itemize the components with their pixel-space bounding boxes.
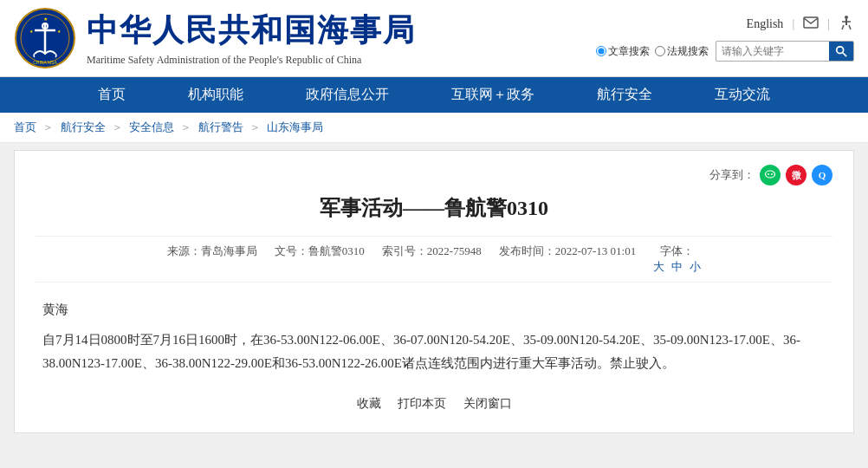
share-wechat-button[interactable] <box>760 165 781 185</box>
share-label: 分享到： <box>709 167 755 183</box>
article-body: 黄海 自7月14日0800时至7月16日1600时，在36-53.00N122-… <box>36 298 832 375</box>
search-radio-law-label[interactable]: 法规搜索 <box>655 44 709 59</box>
accessibility-icon <box>839 15 854 30</box>
site-title-cn: 中华人民共和国海事局 <box>87 10 416 52</box>
search-radio-law-text: 法规搜索 <box>667 44 709 59</box>
accessibility-icon-link[interactable] <box>839 15 854 34</box>
main-navbar: 首页 机构职能 政府信息公开 互联网＋政务 航行安全 互动交流 <box>0 77 868 113</box>
svg-line-16 <box>843 53 846 56</box>
article-actions: 收藏 打印本页 关闭窗口 <box>36 396 832 412</box>
weibo-icon: 微 <box>792 169 801 182</box>
search-icon <box>835 45 847 57</box>
svg-rect-9 <box>804 17 818 28</box>
site-title-en: Maritime Safety Administration of the Pe… <box>87 54 416 67</box>
search-radio-law[interactable] <box>655 46 665 56</box>
breadcrumb-sep1: ＞ <box>42 120 54 133</box>
breadcrumb-nav-safety[interactable]: 航行安全 <box>61 120 106 133</box>
nav-home[interactable]: 首页 <box>67 77 157 113</box>
nav-interaction[interactable]: 互动交流 <box>683 77 801 113</box>
article-font-control: 字体： 大 中 小 <box>653 244 701 275</box>
english-link[interactable]: English <box>747 17 784 31</box>
print-link[interactable]: 打印本页 <box>398 397 446 410</box>
article-doc-no: 文号：鲁航警0310 <box>275 244 365 275</box>
svg-point-10 <box>845 16 848 19</box>
share-weibo-button[interactable]: 微 <box>786 165 806 185</box>
font-label: 字体： <box>660 244 694 257</box>
nav-navigation-safety[interactable]: 航行安全 <box>566 77 683 113</box>
breadcrumb-shandong[interactable]: 山东海事局 <box>267 120 323 133</box>
search-button[interactable] <box>829 42 853 61</box>
header-titles: 中华人民共和国海事局 Maritime Safety Administratio… <box>87 10 416 67</box>
search-radio-article-label[interactable]: 文章搜索 <box>596 44 650 59</box>
breadcrumb-home[interactable]: 首页 <box>14 120 36 133</box>
svg-line-13 <box>842 25 844 29</box>
font-large-btn[interactable]: 大 <box>653 259 664 275</box>
email-icon-link[interactable] <box>803 16 819 32</box>
breadcrumb: 首页 ＞ 航行安全 ＞ 安全信息 ＞ 航行警告 ＞ 山东海事局 <box>0 113 868 143</box>
divider2: | <box>827 17 830 31</box>
svg-point-17 <box>766 171 775 178</box>
share-qzone-button[interactable]: Q <box>812 165 832 185</box>
search-row: 文章搜索 法规搜索 <box>596 41 854 62</box>
font-small-btn[interactable]: 小 <box>690 259 701 275</box>
svg-line-14 <box>849 25 851 29</box>
email-icon <box>803 16 819 29</box>
article-body-line1: 黄海 <box>42 298 826 322</box>
nav-gov-info[interactable]: 政府信息公开 <box>275 77 420 113</box>
article-meta: 来源：青岛海事局 文号：鲁航警0310 索引号：2022-75948 发布时间：… <box>36 236 832 283</box>
share-bar: 分享到： 微 Q <box>36 165 832 185</box>
breadcrumb-nav-warning[interactable]: 航行警告 <box>198 120 243 133</box>
divider1: | <box>792 17 794 31</box>
breadcrumb-sep4: ＞ <box>249 120 261 133</box>
breadcrumb-sep3: ＞ <box>180 120 191 133</box>
article-content-wrap: 分享到： 微 Q 军事活动——鲁航警0310 来源：青岛海事局 文号：鲁航警03… <box>14 150 854 433</box>
china-msa-logo: ★ ★ ★ CHINA MSA <box>14 7 76 69</box>
search-input[interactable] <box>716 42 829 60</box>
header-top-links: English | | <box>747 15 854 34</box>
article-index-no: 索引号：2022-75948 <box>382 244 482 275</box>
breadcrumb-safety-info[interactable]: 安全信息 <box>129 120 174 133</box>
search-radio-article-text: 文章搜索 <box>608 44 650 59</box>
article-body-line2: 自7月14日0800时至7月16日1600时，在36-53.00N122-06.… <box>42 328 826 375</box>
breadcrumb-sep2: ＞ <box>112 120 123 133</box>
header-right-panel: English | | <box>596 15 854 62</box>
svg-text:★: ★ <box>43 16 48 22</box>
font-controls: 大 中 小 <box>653 259 701 275</box>
nav-institutions[interactable]: 机构职能 <box>157 77 275 113</box>
close-window-link[interactable]: 关闭窗口 <box>463 397 512 410</box>
search-type-group: 文章搜索 法规搜索 <box>596 44 709 59</box>
search-radio-article[interactable] <box>596 46 606 56</box>
article-publish-time: 发布时间：2022-07-13 01:01 <box>499 244 637 275</box>
collect-link[interactable]: 收藏 <box>357 397 381 410</box>
article-title: 军事活动——鲁航警0310 <box>36 194 832 222</box>
svg-point-19 <box>771 173 773 175</box>
search-input-wrap <box>716 41 854 62</box>
font-medium-btn[interactable]: 中 <box>671 259 683 275</box>
article-source: 来源：青岛海事局 <box>167 244 257 275</box>
svg-point-15 <box>837 47 844 54</box>
wechat-icon <box>764 169 776 181</box>
svg-text:CHINA MSA: CHINA MSA <box>33 60 57 65</box>
page-header: ★ ★ ★ CHINA MSA 中华人民共和国海事局 Maritime Safe… <box>0 0 868 77</box>
svg-point-18 <box>768 173 769 175</box>
qzone-icon: Q <box>819 170 826 180</box>
header-logo-block: ★ ★ ★ CHINA MSA 中华人民共和国海事局 Maritime Safe… <box>14 7 416 69</box>
nav-internet-gov[interactable]: 互联网＋政务 <box>420 77 566 113</box>
